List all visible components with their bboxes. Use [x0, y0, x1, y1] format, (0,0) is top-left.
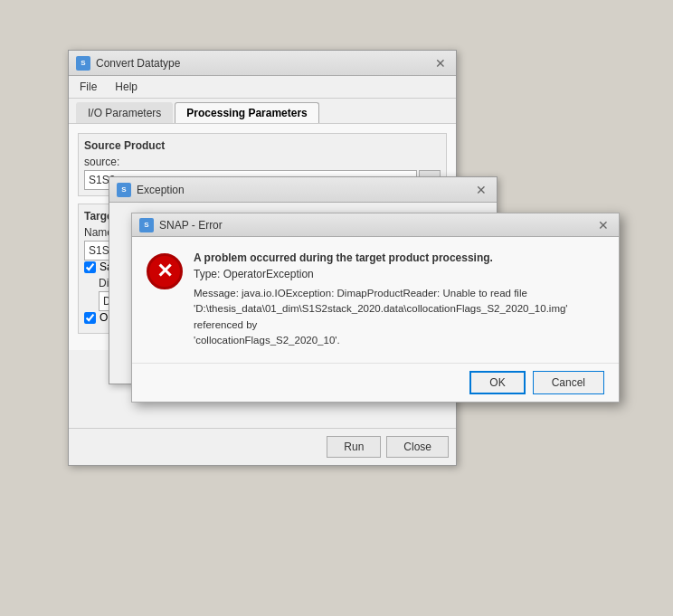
- open-checkbox[interactable]: [84, 312, 96, 324]
- convert-close-icon[interactable]: ✕: [432, 55, 449, 71]
- ok-button[interactable]: OK: [469, 371, 525, 394]
- convert-window-title: Convert Datatype: [96, 57, 180, 70]
- error-message-line2: 'D:\thesis_data\01_dim\S1S2stack_2020.da…: [194, 303, 568, 329]
- menu-file[interactable]: File: [76, 79, 100, 95]
- error-message-line3: 'collocationFlags_S2_2020_10'.: [194, 335, 340, 346]
- snap-error-content: ✕ A problem occurred during the target p…: [132, 237, 619, 363]
- convert-menubar: File Help: [69, 76, 456, 99]
- error-title: A problem occurred during the target pro…: [194, 251, 604, 264]
- close-button[interactable]: Close: [386, 436, 449, 458]
- tab-processing[interactable]: Processing Parameters: [175, 102, 318, 123]
- convert-footer: Run Close: [69, 428, 456, 465]
- source-product-label: Source Product: [84, 139, 441, 152]
- save-checkbox[interactable]: [84, 261, 96, 273]
- error-message: Message: java.io.IOException: DimapProdu…: [194, 286, 604, 348]
- convert-titlebar: S Convert Datatype ✕: [69, 51, 456, 76]
- error-message-line1: Message: java.io.IOException: DimapProdu…: [194, 288, 527, 299]
- tab-io[interactable]: I/O Parameters: [76, 102, 173, 123]
- app-icon: S: [76, 56, 90, 71]
- tabs-bar: I/O Parameters Processing Parameters: [69, 99, 456, 124]
- exception-app-icon: S: [117, 183, 131, 197]
- menu-help[interactable]: Help: [111, 79, 141, 95]
- snap-error-titlebar: S SNAP - Error ✕: [132, 213, 619, 237]
- exception-titlebar: S Exception ✕: [109, 177, 497, 203]
- snap-error-footer: OK Cancel: [132, 363, 619, 402]
- source-field-label: source:: [84, 156, 441, 168]
- snap-error-dialog-title: SNAP - Error: [159, 219, 223, 232]
- run-button[interactable]: Run: [327, 436, 381, 458]
- exception-close-icon[interactable]: ✕: [473, 182, 489, 198]
- error-text-section: A problem occurred during the target pro…: [194, 251, 604, 348]
- snap-error-app-icon: S: [139, 218, 154, 232]
- error-icon: ✕: [147, 253, 183, 289]
- cancel-button[interactable]: Cancel: [533, 371, 604, 394]
- error-type: Type: OperatorException: [194, 268, 604, 280]
- exception-window-title: Exception: [137, 184, 185, 196]
- snap-error-close-icon[interactable]: ✕: [595, 217, 611, 233]
- snap-error-dialog: S SNAP - Error ✕ ✕ A problem occurred du…: [131, 213, 620, 403]
